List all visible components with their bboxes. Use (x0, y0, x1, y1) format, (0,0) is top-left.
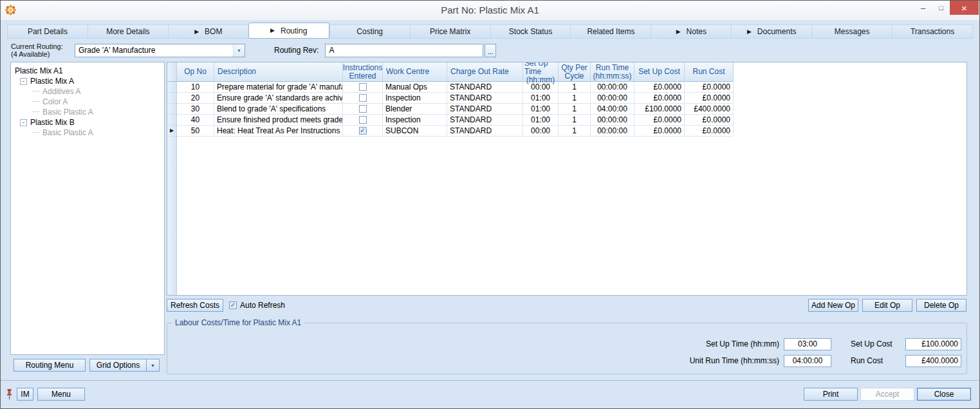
tree-item-basic-plastic-a-2[interactable]: Basic Plastic A (11, 128, 164, 138)
instructions-checkbox[interactable]: ✓ (359, 105, 367, 113)
cell-charge-out-rate: STANDARD (447, 104, 523, 115)
grid-options-dropdown-icon[interactable]: ▼ (146, 359, 160, 372)
row-selector[interactable]: ▶ (167, 82, 176, 93)
menu-button[interactable]: Menu (37, 388, 85, 401)
add-new-op-button[interactable]: Add New Op (808, 299, 858, 312)
column-header-run-cost[interactable]: Run Cost (685, 62, 734, 82)
grid-header-row: Op No Description InstructionsEntered Wo… (177, 62, 966, 82)
close-button[interactable]: × (950, 1, 979, 15)
tab-arrow-icon: ▶ (194, 29, 199, 35)
column-header-set-up-time[interactable]: Set Up Time(hh:mm) (523, 62, 559, 82)
cell-set-up-time: 00:00 (523, 82, 559, 93)
column-header-instructions-entered[interactable]: InstructionsEntered (343, 62, 383, 82)
tree-connector (33, 111, 39, 113)
current-routing-value: Grade 'A' Manufacture (75, 46, 233, 55)
tree-item-plastic-mix-a[interactable]: -Plastic Mix A (11, 76, 164, 86)
cell-op-no: 50 (177, 126, 214, 137)
edit-op-button[interactable]: Edit Op (862, 299, 912, 312)
tree-item-color-a[interactable]: Color A (11, 97, 164, 107)
row-selector-column: ▶ ▶ ▶ ▶ ▶ (167, 62, 177, 295)
table-row[interactable]: 20 Ensure grade 'A' standards are achive… (177, 93, 966, 104)
routing-rev-input[interactable] (325, 44, 483, 57)
routing-menu-button[interactable]: Routing Menu (14, 359, 86, 372)
grid-options-split-button: Grid Options ▼ (89, 359, 160, 372)
tab-stock-status[interactable]: Stock Status (490, 24, 571, 39)
print-button[interactable]: Print (804, 388, 858, 401)
tab-costing[interactable]: Costing (329, 24, 410, 39)
tree-item-basic-plastic-a[interactable]: Basic Plastic A (11, 107, 164, 117)
tree-connector (33, 101, 39, 102)
tree-item-additives-a[interactable]: Additives A (11, 86, 164, 97)
table-row[interactable]: 50 Heat: Heat Treat As Per Instructions … (177, 126, 966, 137)
cell-qty-per-cycle: 1 (559, 104, 591, 115)
delete-op-button[interactable]: Delete Op (916, 299, 966, 312)
refresh-costs-button[interactable]: Refresh Costs (167, 299, 223, 312)
pin-icon[interactable] (6, 388, 13, 400)
tab-label: Messages (835, 27, 870, 36)
cell-set-up-time: 01:00 (523, 115, 559, 126)
tab-label: Related Items (587, 27, 634, 36)
row-selector[interactable]: ▶ (167, 115, 176, 126)
run-cost-input[interactable] (905, 355, 961, 367)
part-tree-panel: Plastic Mix A1 -Plastic Mix A Additives … (10, 62, 165, 355)
cell-charge-out-rate: STANDARD (447, 115, 523, 126)
check-icon: ✓ (230, 302, 236, 309)
tab-more-details[interactable]: More Details (88, 24, 168, 39)
accept-button[interactable]: Accept (860, 388, 914, 401)
cell-description: Prepare material for grade 'A' manufac..… (214, 82, 343, 93)
close-window-button[interactable]: Close (917, 388, 971, 401)
tab-related-items[interactable]: Related Items (570, 24, 651, 39)
table-row[interactable]: 10 Prepare material for grade 'A' manufa… (177, 82, 966, 93)
table-row[interactable]: 30 Blend to grade 'A' specifications ✓ B… (177, 104, 966, 115)
maximize-button[interactable]: □ (932, 1, 950, 15)
cell-run-cost: £0.0000 (685, 82, 734, 93)
minimize-button[interactable]: – (914, 1, 932, 15)
row-selector[interactable]: ▶ (167, 93, 176, 104)
routing-rev-browse-button[interactable]: ... (485, 44, 496, 57)
unit-run-time-input[interactable] (784, 355, 831, 367)
tree-collapse-icon[interactable]: - (20, 78, 27, 85)
cell-description: Ensure grade 'A' standards are achived (214, 93, 343, 104)
cell-instructions-entered: ✓ (343, 93, 383, 104)
tab-routing[interactable]: ▶Routing (248, 23, 329, 39)
instructions-checkbox[interactable]: ✓ (359, 116, 367, 124)
tree-item-plastic-mix-b[interactable]: -Plastic Mix B (11, 117, 164, 128)
tab-price-matrix[interactable]: Price Matrix (410, 24, 490, 39)
cell-op-no: 20 (177, 93, 214, 104)
cell-set-up-cost: £0.0000 (634, 82, 685, 93)
column-header-qty-per-cycle[interactable]: Qty PerCycle (559, 62, 591, 82)
set-up-cost-input[interactable] (905, 338, 961, 350)
tree-item-label: Additives A (42, 87, 80, 96)
column-header-work-centre[interactable]: Work Centre (383, 62, 447, 82)
tab-label: BOM (205, 27, 222, 36)
current-routing-combobox[interactable]: Grade 'A' Manufacture ▼ (75, 44, 245, 57)
auto-refresh-checkbox[interactable]: ✓ (229, 301, 237, 309)
column-header-run-time[interactable]: Run Time(hh:mm:ss) (591, 62, 634, 82)
table-row[interactable]: 40 Ensure finished product meets grade '… (177, 115, 966, 126)
window-controls: – □ × (914, 1, 979, 15)
column-header-charge-out-rate[interactable]: Charge Out Rate (447, 62, 523, 82)
tree-collapse-icon[interactable]: - (20, 119, 27, 126)
column-header-description[interactable]: Description (214, 62, 343, 82)
tab-part-details[interactable]: Part Details (7, 24, 88, 39)
tab-bom[interactable]: ▶BOM (168, 24, 248, 39)
tab-arrow-icon: ▶ (747, 29, 752, 35)
row-selector[interactable]: ▶ (167, 126, 176, 137)
set-up-time-label: Set Up Time (hh:mm) (706, 339, 779, 348)
instructions-checkbox[interactable]: ✓ (359, 127, 367, 135)
tab-notes[interactable]: ▶Notes (651, 24, 731, 39)
set-up-time-input[interactable] (784, 338, 831, 350)
tab-documents[interactable]: ▶Documents (731, 24, 811, 39)
instructions-checkbox[interactable]: ✓ (359, 94, 367, 102)
column-header-op-no[interactable]: Op No (177, 62, 214, 82)
grid-options-button[interactable]: Grid Options (89, 359, 146, 372)
chevron-down-icon[interactable]: ▼ (233, 44, 245, 57)
tab-messages[interactable]: Messages (811, 24, 892, 39)
row-selector[interactable]: ▶ (167, 104, 176, 115)
tab-transactions[interactable]: Transactions (892, 24, 973, 39)
tree-item-plastic-mix-a1[interactable]: Plastic Mix A1 (11, 66, 164, 76)
im-button[interactable]: IM (17, 388, 33, 401)
cell-set-up-cost: £0.0000 (634, 93, 685, 104)
instructions-checkbox[interactable]: ✓ (359, 83, 367, 91)
column-header-set-up-cost[interactable]: Set Up Cost (634, 62, 685, 82)
